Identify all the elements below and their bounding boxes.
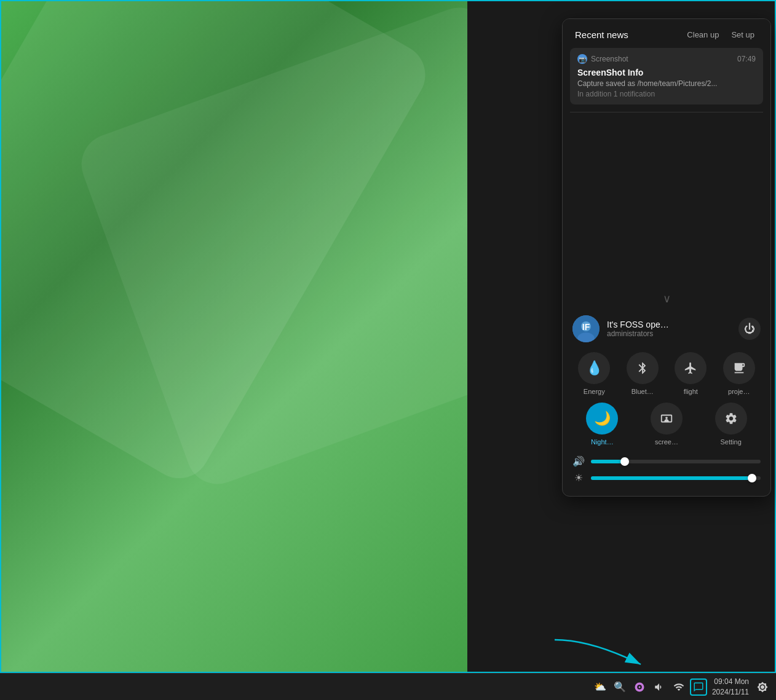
toggle-project[interactable]: proje… xyxy=(718,352,761,395)
brightness-slider-row: ☀ xyxy=(572,472,761,484)
volume-slider-row: 🔊 xyxy=(572,455,761,467)
toggle-night-icon: 🌙 xyxy=(586,403,618,435)
taskbar-brightness-icon[interactable] xyxy=(754,678,771,696)
toggle-screen-label: scree… xyxy=(655,438,678,446)
taskbar: ⛅ 🔍 09:04 Mon2024/11/11 xyxy=(0,673,776,700)
panel-empty-space xyxy=(563,120,770,292)
toggle-settings[interactable]: Setting xyxy=(701,403,761,446)
notification-body: Capture saved as /home/team/Pictures/2..… xyxy=(577,79,756,88)
quick-toggles-row2: 🌙 Night… scree… Setting xyxy=(563,400,770,453)
volume-icon: 🔊 xyxy=(572,455,585,467)
toggle-screen-icon xyxy=(651,403,683,435)
notification-app-icon: 📷 xyxy=(577,54,587,64)
quick-toggles-row1: 💧 Energy Bluet… flight xyxy=(563,347,770,400)
toggle-flight[interactable]: flight xyxy=(669,352,713,395)
toggle-flight-icon xyxy=(675,352,707,384)
notification-app-info: 📷 Screenshot xyxy=(577,54,628,64)
clean-up-button[interactable]: Clean up xyxy=(683,29,723,41)
taskbar-weather-icon[interactable]: ⛅ xyxy=(592,678,609,696)
taskbar-notification-icon[interactable] xyxy=(690,678,707,696)
panel-divider xyxy=(570,112,763,112)
notification-extra: In addition 1 notification xyxy=(577,90,756,98)
power-button[interactable]: ⏻ xyxy=(738,318,761,340)
notification-time: 07:49 xyxy=(737,55,756,63)
notification-app-name: Screenshot xyxy=(591,55,628,63)
toggle-settings-label: Setting xyxy=(721,438,742,446)
brightness-slider-fill xyxy=(591,476,752,480)
svg-text:IF: IF xyxy=(582,322,590,332)
user-role: administrators xyxy=(607,329,731,338)
panel-chevron-icon[interactable]: ∨ xyxy=(563,292,770,305)
toggle-bluetooth-icon xyxy=(627,352,659,384)
notification-item[interactable]: 📷 Screenshot 07:49 ScreenShot Info Captu… xyxy=(570,48,763,104)
toggle-night-label: Night… xyxy=(591,438,614,446)
svg-point-6 xyxy=(638,686,640,688)
sliders-section: 🔊 ☀ xyxy=(563,453,770,496)
volume-slider-thumb xyxy=(620,457,629,466)
taskbar-volume-icon[interactable] xyxy=(651,678,668,696)
toggle-project-icon xyxy=(723,352,755,384)
notification-title: ScreenShot Info xyxy=(577,68,756,77)
toggle-night[interactable]: 🌙 Night… xyxy=(572,403,632,446)
taskbar-datetime[interactable]: 09:04 Mon2024/11/11 xyxy=(712,677,749,698)
taskbar-app-icon[interactable] xyxy=(631,678,648,696)
toggle-energy-label: Energy xyxy=(584,388,605,395)
brightness-slider-track[interactable] xyxy=(591,476,761,480)
set-up-button[interactable]: Set up xyxy=(727,29,758,41)
volume-slider-fill xyxy=(591,460,625,463)
user-info: It's FOSS ope… administrators xyxy=(607,320,731,338)
panel-title: Recent news xyxy=(575,29,628,40)
toggle-bluetooth[interactable]: Bluet… xyxy=(621,352,665,395)
toggle-energy-icon: 💧 xyxy=(578,352,610,384)
notification-panel: Recent news Clean up Set up 📷 Screenshot… xyxy=(562,18,771,497)
toggle-energy[interactable]: 💧 Energy xyxy=(572,352,616,395)
brightness-icon: ☀ xyxy=(572,472,585,484)
toggle-screen[interactable]: scree… xyxy=(637,403,697,446)
volume-slider-track[interactable] xyxy=(591,460,761,463)
panel-header: Recent news Clean up Set up xyxy=(563,19,770,48)
arrow-indicator xyxy=(542,634,665,671)
toggle-settings-icon xyxy=(715,403,747,435)
user-section: IF It's FOSS ope… administrators ⏻ xyxy=(563,310,770,347)
toggle-flight-label: flight xyxy=(684,388,698,395)
user-name: It's FOSS ope… xyxy=(607,320,731,329)
taskbar-search-icon[interactable]: 🔍 xyxy=(611,678,628,696)
user-avatar: IF xyxy=(572,315,600,342)
toggle-bluetooth-label: Bluet… xyxy=(631,388,654,395)
desktop-wallpaper xyxy=(0,0,467,673)
brightness-slider-thumb xyxy=(748,474,756,482)
taskbar-network-icon[interactable] xyxy=(670,678,687,696)
toggle-project-label: proje… xyxy=(728,388,750,395)
